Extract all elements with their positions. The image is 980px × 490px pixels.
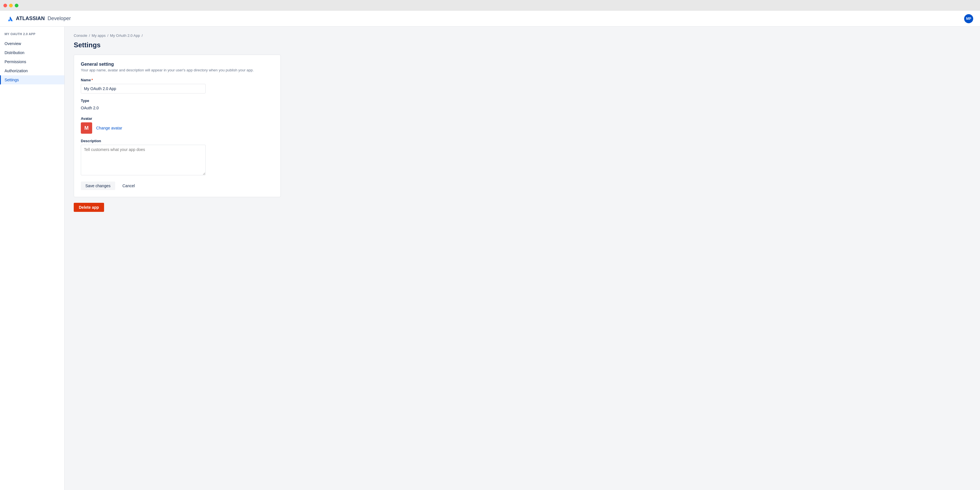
action-buttons: Save changes Cancel [81, 182, 274, 190]
brand-area: ATLASSIAN Developer [7, 15, 71, 22]
close-button[interactable] [3, 4, 7, 7]
minimize-button[interactable] [9, 4, 13, 7]
name-input[interactable] [81, 84, 205, 94]
atlassian-logo: ATLASSIAN Developer [7, 15, 71, 22]
sidebar-item-permissions[interactable]: Permissions [0, 57, 64, 66]
user-avatar[interactable]: MP [964, 14, 973, 23]
brand-name: ATLASSIAN [16, 16, 45, 22]
breadcrumb-sep-1: / [89, 33, 90, 38]
breadcrumb-sep-2: / [107, 33, 108, 38]
avatar-row: M Change avatar [81, 122, 274, 134]
save-changes-button[interactable]: Save changes [81, 182, 115, 190]
cancel-button[interactable]: Cancel [118, 182, 140, 190]
atlassian-logo-icon [7, 15, 14, 22]
app-layout: MY OAUTH 2.0 APP Overview Distribution P… [0, 27, 980, 490]
app-avatar: M [81, 122, 92, 134]
name-field-group: Name * [81, 78, 274, 94]
breadcrumb: Console / My apps / My OAuth 2.0 App / [74, 33, 971, 38]
titlebar [0, 0, 980, 11]
section-desc: Your app name, avatar and description wi… [81, 68, 274, 72]
description-field-group: Description [81, 139, 274, 176]
breadcrumb-console[interactable]: Console [74, 33, 88, 38]
sidebar: MY OAUTH 2.0 APP Overview Distribution P… [0, 27, 65, 490]
sidebar-item-overview[interactable]: Overview [0, 39, 64, 48]
settings-card: General setting Your app name, avatar an… [74, 55, 281, 197]
sidebar-item-authorization[interactable]: Authorization [0, 66, 64, 75]
name-label: Name * [81, 78, 274, 82]
type-label: Type [81, 98, 274, 103]
required-star: * [91, 78, 93, 82]
breadcrumb-app-name[interactable]: My OAuth 2.0 App [110, 33, 140, 38]
sidebar-item-distribution[interactable]: Distribution [0, 48, 64, 57]
breadcrumb-my-apps[interactable]: My apps [92, 33, 105, 38]
sidebar-app-title: MY OAUTH 2.0 APP [0, 32, 64, 39]
maximize-button[interactable] [15, 4, 18, 7]
main-content: Console / My apps / My OAuth 2.0 App / S… [65, 27, 980, 490]
page-title: Settings [74, 41, 971, 49]
topnav: ATLASSIAN Developer MP [0, 11, 980, 27]
avatar-label: Avatar [81, 116, 274, 121]
delete-app-button[interactable]: Delete app [74, 203, 104, 212]
section-title: General setting [81, 62, 274, 67]
description-textarea[interactable] [81, 145, 205, 175]
brand-divider: Developer [48, 16, 71, 22]
type-value: OAuth 2.0 [81, 105, 274, 111]
avatar-field-group: Avatar M Change avatar [81, 116, 274, 134]
sidebar-item-settings[interactable]: Settings [0, 75, 64, 84]
description-label: Description [81, 139, 274, 143]
type-field-group: Type OAuth 2.0 [81, 98, 274, 111]
breadcrumb-sep-3: / [142, 33, 143, 38]
change-avatar-button[interactable]: Change avatar [96, 126, 122, 130]
